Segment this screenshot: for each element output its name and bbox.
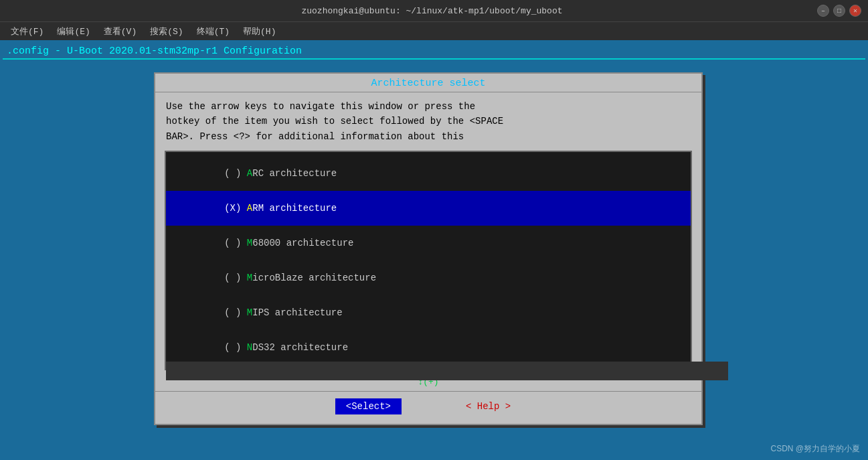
shadow-area bbox=[166, 362, 728, 380]
list-item[interactable]: ( ) M68000 architecture bbox=[166, 226, 691, 260]
menu-search[interactable]: 搜索(S) bbox=[145, 24, 188, 39]
maximize-button[interactable]: □ bbox=[833, 5, 845, 17]
menu-file[interactable]: 文件(F) bbox=[5, 24, 49, 39]
button-row: <Select> < Help > bbox=[155, 391, 701, 424]
watermark: CSDN @努力自学的小夏 bbox=[770, 443, 860, 455]
config-header: .config - U-Boot 2020.01-stm32mp-r1 Conf… bbox=[3, 44, 865, 60]
list-item[interactable]: ( ) ARC architecture bbox=[166, 156, 691, 191]
menubar: 文件(F) 编辑(E) 查看(V) 搜索(S) 终端(T) 帮助(H) bbox=[0, 21, 868, 40]
list-item[interactable]: ( ) NDS32 architecture bbox=[166, 330, 691, 365]
minimize-button[interactable]: – bbox=[817, 5, 829, 17]
list-item[interactable]: ( ) MicroBlaze architecture bbox=[166, 260, 691, 295]
terminal: .config - U-Boot 2020.01-stm32mp-r1 Conf… bbox=[0, 40, 868, 460]
dialog-title: Architecture select bbox=[155, 74, 701, 92]
menu-view[interactable]: 查看(V) bbox=[98, 24, 142, 39]
select-button[interactable]: <Select> bbox=[335, 398, 402, 414]
list-item-arm[interactable]: (X) ARM architecture bbox=[166, 191, 691, 226]
menu-edit[interactable]: 编辑(E) bbox=[52, 24, 95, 39]
titlebar-controls[interactable]: – □ ✕ bbox=[817, 5, 861, 17]
titlebar: zuozhongkai@ubuntu: ~/linux/atk-mp1/uboo… bbox=[0, 0, 868, 21]
list-item[interactable]: ( ) MIPS architecture bbox=[166, 295, 691, 330]
menu-terminal[interactable]: 终端(T) bbox=[191, 24, 235, 39]
menu-help[interactable]: 帮助(H) bbox=[238, 24, 281, 39]
help-button[interactable]: < Help > bbox=[455, 398, 521, 414]
titlebar-title: zuozhongkai@ubuntu: ~/linux/atk-mp1/uboo… bbox=[47, 6, 817, 16]
listbox[interactable]: ( ) ARC architecture (X) ARM architectur… bbox=[165, 151, 692, 370]
dialog-description: Use the arrow keys to navigate this wind… bbox=[155, 92, 701, 151]
close-button[interactable]: ✕ bbox=[849, 5, 861, 17]
